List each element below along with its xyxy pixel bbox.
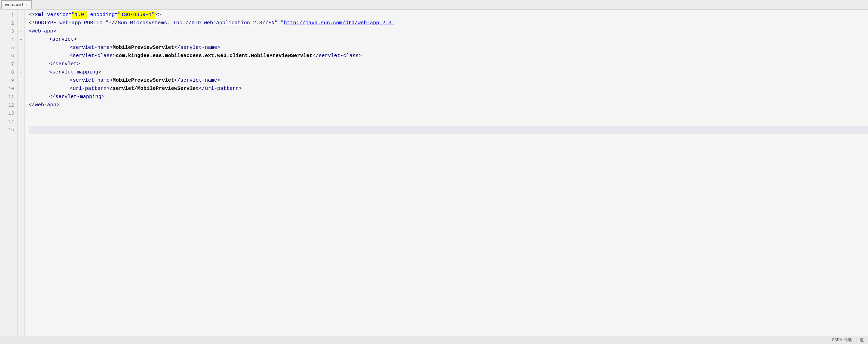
status-text: CSDN 仲明 | 道 [832, 337, 864, 343]
code-line-11: </servlet-mapping> [29, 93, 868, 101]
gutter-7: └ [18, 60, 24, 68]
tab-close-icon[interactable]: × [26, 3, 28, 7]
gutter-12 [18, 101, 24, 109]
line-num-3: 3 [0, 27, 17, 36]
status-bar: CSDN 仲明 | 道 [0, 336, 868, 344]
code-line-3: <web-app> [29, 27, 868, 36]
code-line-12: </web-app> [29, 101, 868, 109]
code-line-14 [29, 118, 868, 126]
line-numbers: 1 2 3 4 5 6 7 8 9 10 11 12 13 14 15 [0, 10, 18, 336]
gutter-10: │ [18, 85, 24, 93]
line-num-2: 2 [0, 19, 17, 27]
code-line-2: <!DOCTYPE web-app PUBLIC "-//Sun Microsy… [29, 19, 868, 27]
gutter-9: │ [18, 77, 24, 85]
gutter-13 [18, 109, 24, 118]
tab-bar: web.xml × [0, 0, 868, 10]
code-line-10: <url-pattern>/servlet/MobilePreviewServl… [29, 85, 868, 93]
line-num-8: 8 [0, 68, 17, 77]
gutter-15 [18, 126, 24, 134]
code-line-9: <servlet-name>MobilePreviewServlet</serv… [29, 77, 868, 85]
line-num-6: 6 [0, 52, 17, 60]
gutter: − − │ │ └ − │ │ └ [18, 10, 25, 336]
gutter-11: └ [18, 93, 24, 101]
code-line-6: <servlet-class>com.kingdee.eas.mobileacc… [29, 52, 868, 60]
line-num-15: 15 [0, 126, 17, 134]
gutter-5: │ [18, 44, 24, 52]
gutter-1 [18, 11, 24, 19]
code-line-1: <?xml version="1.0" encoding="ISO-8859-1… [29, 11, 868, 19]
tab-web-xml[interactable]: web.xml × [1, 0, 32, 9]
line-num-4: 4 [0, 36, 17, 44]
line-num-14: 14 [0, 118, 17, 126]
line-num-7: 7 [0, 60, 17, 68]
editor-area: 1 2 3 4 5 6 7 8 9 10 11 12 13 14 15 − − … [0, 10, 868, 336]
line-num-12: 12 [0, 101, 17, 109]
line-num-13: 13 [0, 109, 17, 118]
line-num-10: 10 [0, 85, 17, 93]
gutter-8[interactable]: − [18, 68, 24, 77]
line-num-1: 1 [0, 11, 17, 19]
code-line-15 [29, 126, 868, 134]
code-line-7: </servlet> [29, 60, 868, 68]
line-num-5: 5 [0, 44, 17, 52]
gutter-2 [18, 19, 24, 27]
gutter-6: │ [18, 52, 24, 60]
code-line-4: <servlet> [29, 36, 868, 44]
line-num-11: 11 [0, 93, 17, 101]
code-line-5: <servlet-name>MobilePreviewServlet</serv… [29, 44, 868, 52]
line-num-9: 9 [0, 77, 17, 85]
code-line-13 [29, 109, 868, 118]
code-content[interactable]: <?xml version="1.0" encoding="ISO-8859-1… [25, 10, 868, 336]
tab-filename: web.xml [5, 2, 24, 8]
gutter-4[interactable]: − [18, 36, 24, 44]
gutter-3[interactable]: − [18, 27, 24, 36]
gutter-14 [18, 118, 24, 126]
code-line-8: <servlet-mapping> [29, 68, 868, 77]
